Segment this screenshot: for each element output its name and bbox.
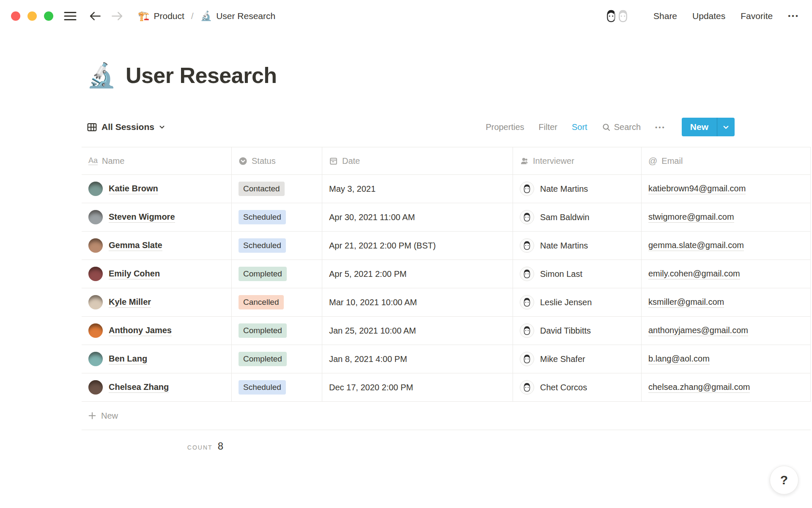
status-cell[interactable]: Contacted	[232, 175, 322, 203]
email-link[interactable]: gemma.slate@gmail.com	[648, 240, 744, 251]
zoom-window-button[interactable]	[44, 11, 53, 21]
name-cell[interactable]: Ben Lang	[82, 345, 232, 373]
name-link[interactable]: Anthony James	[109, 326, 172, 336]
name-cell[interactable]: Steven Wigmore	[82, 203, 232, 231]
date-cell[interactable]: Apr 21, 2021 2:00 PM (BST)	[322, 232, 513, 260]
name-cell[interactable]: Chelsea Zhang	[82, 373, 232, 401]
email-cell[interactable]: chelsea.zhang@gmail.com	[642, 373, 811, 401]
add-row-button[interactable]: New	[82, 402, 811, 430]
interviewer-cell[interactable]: Nate Martins	[513, 232, 642, 260]
name-cell[interactable]: Katie Brown	[82, 175, 232, 203]
column-header-date[interactable]: Date	[322, 147, 513, 174]
interviewer-name: Sam Baldwin	[540, 213, 590, 222]
interviewer-cell[interactable]: Nate Martins	[513, 175, 642, 203]
sidebar-menu-icon[interactable]	[63, 11, 77, 22]
column-header-interviewer[interactable]: Interviewer	[513, 147, 642, 174]
forward-arrow-icon[interactable]	[111, 11, 123, 22]
filter-button[interactable]: Filter	[539, 122, 557, 132]
interviewer-avatar	[520, 323, 534, 338]
interviewer-cell[interactable]: Chet Corcos	[513, 373, 642, 401]
help-button[interactable]: ?	[770, 466, 798, 494]
more-options-icon[interactable]: •••	[788, 12, 799, 20]
email-link[interactable]: stwigmore@gmail.com	[648, 212, 734, 223]
name-link[interactable]: Katie Brown	[109, 184, 158, 194]
name-cell[interactable]: Gemma Slate	[82, 232, 232, 260]
breadcrumb-current[interactable]: User Research	[216, 11, 275, 21]
microscope-icon[interactable]: 🔬	[87, 64, 116, 87]
date-cell[interactable]: Apr 5, 2021 2:00 PM	[322, 260, 513, 288]
email-link[interactable]: chelsea.zhang@gmail.com	[648, 382, 750, 393]
back-arrow-icon[interactable]	[89, 11, 102, 22]
properties-button[interactable]: Properties	[486, 122, 524, 132]
column-label: Date	[342, 156, 360, 166]
interviewer-cell[interactable]: Simon Last	[513, 260, 642, 288]
email-cell[interactable]: katiebrown94@gmail.com	[642, 175, 811, 203]
table-header-row: Aa Name Status Date Interviewer @ Email	[82, 147, 811, 175]
name-link[interactable]: Kyle Miller	[109, 297, 151, 308]
email-cell[interactable]: ksmiller@gmail.com	[642, 288, 811, 316]
status-cell[interactable]: Completed	[232, 345, 322, 373]
name-link[interactable]: Gemma Slate	[109, 240, 162, 251]
date-cell[interactable]: Apr 30, 2021 11:00 AM	[322, 203, 513, 231]
email-link[interactable]: emily.cohen@gmail.com	[648, 269, 740, 279]
status-cell[interactable]: Completed	[232, 260, 322, 288]
status-badge: Cancelled	[239, 295, 284, 309]
status-cell[interactable]: Scheduled	[232, 203, 322, 231]
avatar	[88, 182, 103, 196]
status-cell[interactable]: Scheduled	[232, 232, 322, 260]
email-link[interactable]: b.lang@aol.com	[648, 354, 710, 364]
email-cell[interactable]: emily.cohen@gmail.com	[642, 260, 811, 288]
email-link[interactable]: katiebrown94@gmail.com	[648, 184, 746, 194]
name-cell[interactable]: Emily Cohen	[82, 260, 232, 288]
view-switcher[interactable]: All Sessions	[82, 122, 165, 133]
view-name: All Sessions	[102, 122, 154, 132]
search-button[interactable]: Search	[602, 122, 641, 132]
favorite-button[interactable]: Favorite	[741, 11, 773, 21]
new-button-dropdown[interactable]	[717, 118, 735, 136]
name-cell[interactable]: Kyle Miller	[82, 288, 232, 316]
new-button[interactable]: New	[682, 118, 717, 136]
date-cell[interactable]: Dec 17, 2020 2:00 PM	[322, 373, 513, 401]
sort-button[interactable]: Sort	[572, 122, 587, 132]
column-label: Name	[102, 156, 124, 166]
status-cell[interactable]: Cancelled	[232, 288, 322, 316]
date-cell[interactable]: Jan 8, 2021 4:00 PM	[322, 345, 513, 373]
name-link[interactable]: Chelsea Zhang	[109, 382, 169, 393]
table-row: Steven Wigmore Scheduled Apr 30, 2021 11…	[82, 203, 811, 232]
name-link[interactable]: Ben Lang	[109, 354, 147, 364]
email-cell[interactable]: stwigmore@gmail.com	[642, 203, 811, 231]
column-header-status[interactable]: Status	[232, 147, 322, 174]
breadcrumb-separator: /	[191, 11, 194, 21]
share-button[interactable]: Share	[653, 11, 677, 21]
view-more-options-icon[interactable]: •••	[655, 124, 666, 131]
close-window-button[interactable]	[11, 11, 20, 21]
interviewer-cell[interactable]: David Tibbitts	[513, 317, 642, 345]
breadcrumb-parent[interactable]: Product	[154, 11, 184, 21]
minimize-window-button[interactable]	[27, 11, 37, 21]
status-cell[interactable]: Completed	[232, 317, 322, 345]
name-cell[interactable]: Anthony James	[82, 317, 232, 345]
table-row: Anthony James Completed Jan 25, 2021 10:…	[82, 317, 811, 345]
email-link[interactable]: anthonyjames@gmail.com	[648, 326, 748, 336]
name-link[interactable]: Steven Wigmore	[109, 212, 175, 223]
breadcrumb: 🏗️ Product / 🔬 User Research	[138, 11, 275, 22]
updates-button[interactable]: Updates	[692, 11, 725, 21]
email-cell[interactable]: anthonyjames@gmail.com	[642, 317, 811, 345]
date-cell[interactable]: Jan 25, 2021 10:00 AM	[322, 317, 513, 345]
avatar	[88, 323, 103, 338]
email-link[interactable]: ksmiller@gmail.com	[648, 297, 724, 308]
column-header-email[interactable]: @ Email	[642, 147, 811, 174]
collaborator-avatar[interactable]	[614, 8, 631, 25]
interviewer-cell[interactable]: Mike Shafer	[513, 345, 642, 373]
interviewer-cell[interactable]: Leslie Jensen	[513, 288, 642, 316]
name-link[interactable]: Emily Cohen	[109, 269, 160, 279]
email-cell[interactable]: b.lang@aol.com	[642, 345, 811, 373]
status-cell[interactable]: Scheduled	[232, 373, 322, 401]
interviewer-cell[interactable]: Sam Baldwin	[513, 203, 642, 231]
date-cell[interactable]: May 3, 2021	[322, 175, 513, 203]
column-header-name[interactable]: Aa Name	[82, 147, 232, 174]
email-cell[interactable]: gemma.slate@gmail.com	[642, 232, 811, 260]
date-cell[interactable]: Mar 10, 2021 10:00 AM	[322, 288, 513, 316]
column-calculation[interactable]: COUNT 8	[82, 430, 232, 452]
avatar	[88, 267, 103, 281]
